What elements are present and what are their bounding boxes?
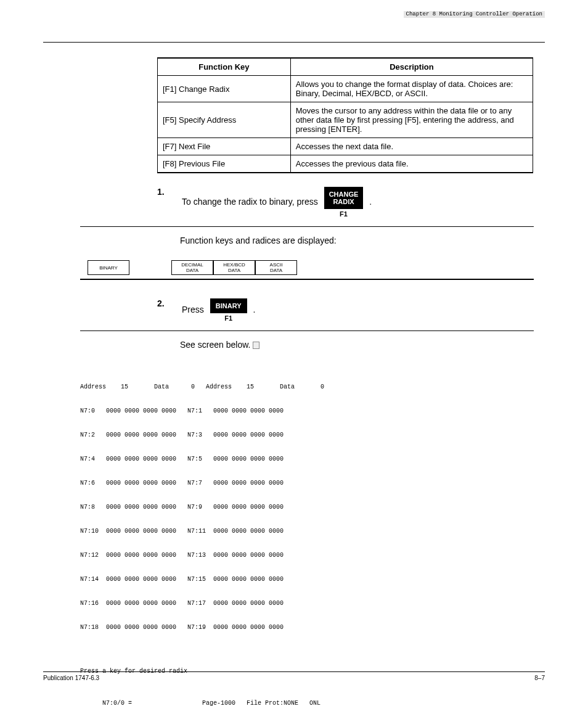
fkey-binary: BINARY bbox=[88, 260, 129, 275]
cell-desc: Allows you to change the format display … bbox=[290, 76, 533, 102]
binary-line: N7:4 0000 0000 0000 0000 N7:5 0000 0000 … bbox=[80, 455, 545, 463]
step1-note: Function keys and radices are displayed: bbox=[180, 236, 545, 245]
cursor-block-icon bbox=[253, 342, 259, 349]
binary-status: N7:0/0 = Page-1000 File Prot:NONE ONL bbox=[80, 691, 545, 706]
binary-header: Address 15 Data 0 Address 15 Data 0 bbox=[80, 383, 545, 391]
table-row: [F5] Specify Address Moves the cursor to… bbox=[158, 102, 533, 138]
step-text: Press BINARY F1 . bbox=[182, 298, 545, 322]
step-2: 2. Press BINARY F1 . bbox=[157, 298, 545, 322]
fkey-decimal: DECIMALDATA bbox=[171, 260, 213, 275]
cell-fkey: [F7] Next File bbox=[158, 138, 291, 155]
cell-desc: Moves the cursor to any address within t… bbox=[290, 102, 533, 138]
table-row: [F1] Change Radix Allows you to change t… bbox=[158, 76, 533, 102]
function-key-table: Function Key Description [F1] Change Rad… bbox=[157, 57, 533, 173]
cell-desc: Accesses the next data file. bbox=[290, 138, 533, 155]
rule bbox=[80, 330, 534, 331]
binary-line: N7:2 0000 0000 0000 0000 N7:3 0000 0000 … bbox=[80, 431, 545, 439]
binary-line: N7:18 0000 0000 0000 0000 N7:19 0000 000… bbox=[80, 623, 545, 631]
fkey-ascii: ASCIIDATA bbox=[255, 260, 297, 275]
table-header-row: Function Key Description bbox=[158, 58, 533, 76]
step-pre: Press bbox=[182, 305, 206, 314]
table-row: [F7] Next File Accesses the next data fi… bbox=[158, 138, 533, 155]
fkey-hexbcd: HEX/BCDDATA bbox=[213, 260, 255, 275]
step-number: 1. bbox=[157, 187, 178, 197]
binary-line: N7:8 0000 0000 0000 0000 N7:9 0000 0000 … bbox=[80, 503, 545, 511]
th-function-key: Function Key bbox=[158, 58, 291, 76]
page-footer: Publication 1747-6.3 8–7 bbox=[43, 671, 545, 681]
table-row: [F8] Previous File Accesses the previous… bbox=[158, 155, 533, 173]
cell-desc: Accesses the previous data file. bbox=[290, 155, 533, 173]
change-radix-key: CHANGE RADIX F1 bbox=[324, 187, 364, 218]
binary-key: BINARY F1 bbox=[210, 298, 247, 322]
fkey-empty bbox=[129, 260, 171, 275]
step-post: . bbox=[369, 197, 372, 207]
rule-heavy bbox=[80, 279, 534, 280]
binary-line: N7:0 0000 0000 0000 0000 N7:1 0000 0000 … bbox=[80, 407, 545, 415]
page-number: 8–7 bbox=[534, 675, 545, 681]
step-1: 1. To change the radix to binary, press … bbox=[157, 187, 545, 218]
chapter-header: Chapter 8 Monitoring Controller Operatio… bbox=[404, 11, 545, 18]
binary-line: N7:12 0000 0000 0000 0000 N7:13 0000 000… bbox=[80, 551, 545, 559]
step-text: To change the radix to binary, press CHA… bbox=[182, 187, 545, 218]
cell-fkey: [F5] Specify Address bbox=[158, 102, 291, 138]
step-pre: To change the radix to binary, press bbox=[182, 197, 321, 207]
binary-display: Address 15 Data 0 Address 15 Data 0 N7:0… bbox=[80, 367, 545, 706]
cell-fkey: [F8] Previous File bbox=[158, 155, 291, 173]
step-post: . bbox=[253, 305, 256, 314]
rule bbox=[80, 226, 534, 227]
binary-line: N7:16 0000 0000 0000 0000 N7:17 0000 000… bbox=[80, 599, 545, 607]
step-number: 2. bbox=[157, 298, 178, 308]
rule-top bbox=[43, 42, 545, 43]
th-description: Description bbox=[290, 58, 533, 76]
binary-line: N7:6 0000 0000 0000 0000 N7:7 0000 0000 … bbox=[80, 479, 545, 487]
step2-note: See screen below. bbox=[180, 340, 545, 350]
publication-id: Publication 1747-6.3 bbox=[43, 675, 99, 681]
binary-line: N7:14 0000 0000 0000 0000 N7:15 0000 000… bbox=[80, 575, 545, 583]
fkey-row-radix: BINARY DECIMALDATA HEX/BCDDATA ASCIIDATA bbox=[88, 260, 545, 275]
footer-rule bbox=[43, 671, 545, 672]
binary-line: N7:10 0000 0000 0000 0000 N7:11 0000 000… bbox=[80, 527, 545, 535]
document-page: Chapter 8 Monitoring Controller Operatio… bbox=[0, 0, 588, 706]
cell-fkey: [F1] Change Radix bbox=[158, 76, 291, 102]
